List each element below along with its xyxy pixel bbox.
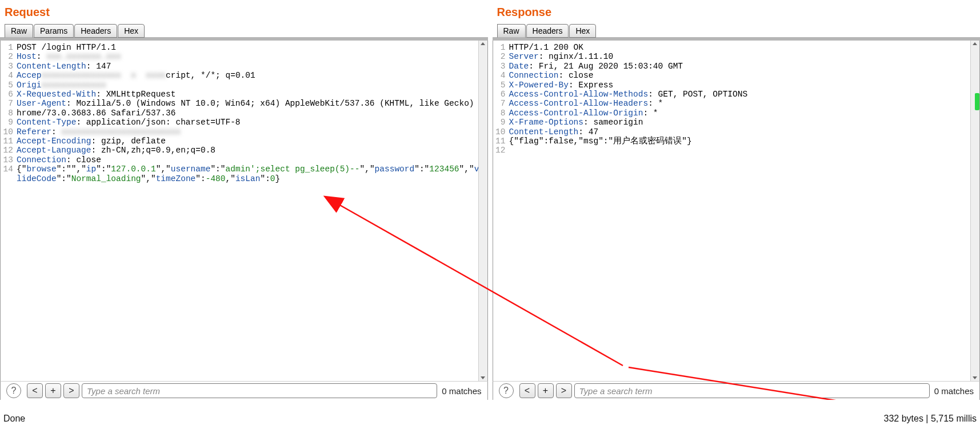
- request-pane: Request RawParamsHeadersHex 123456789101…: [0, 0, 488, 400]
- code-line[interactable]: Connection: close: [509, 71, 979, 80]
- response-scrollbar[interactable]: [970, 41, 979, 381]
- request-search-input[interactable]: [82, 383, 437, 398]
- code-line[interactable]: Host: xxx.xxxxxxx.xxx: [17, 52, 486, 61]
- response-editor[interactable]: 123456789101112 HTTP/1.1 200 OKServer: n…: [493, 41, 981, 381]
- response-pane: Response RawHeadersHex 123456789101112 H…: [493, 0, 981, 400]
- response-search-input[interactable]: [574, 383, 930, 398]
- code-line[interactable]: Access-Control-Allow-Origin: *: [509, 109, 979, 118]
- status-bar: Done 332 bytes | 5,715 millis: [0, 412, 980, 425]
- tab-raw[interactable]: Raw: [5, 24, 33, 38]
- code-line[interactable]: POST /login HTTP/1.1: [17, 43, 486, 52]
- code-line[interactable]: Connection: close: [17, 155, 486, 165]
- code-line[interactable]: Accept-Encoding: gzip, deflate: [17, 137, 486, 146]
- prev-match-button[interactable]: <: [519, 383, 535, 398]
- next-match-button[interactable]: >: [63, 383, 79, 398]
- code-line[interactable]: X-Powered-By: Express: [509, 81, 979, 90]
- next-match-button[interactable]: >: [556, 383, 572, 398]
- request-editor[interactable]: 1234567891011121314 POST /login HTTP/1.1…: [0, 41, 488, 381]
- code-line[interactable]: Date: Fri, 21 Aug 2020 15:03:40 GMT: [509, 62, 979, 71]
- code-line[interactable]: Content-Type: application/json: charset=…: [17, 118, 486, 127]
- tab-raw[interactable]: Raw: [497, 24, 526, 38]
- response-highlight-marker: [975, 93, 979, 110]
- code-line[interactable]: X-Frame-Options: sameorigin: [509, 118, 979, 127]
- pane-divider[interactable]: [488, 0, 493, 400]
- request-searchbar: ? < + > 0 matches: [0, 381, 488, 400]
- code-line[interactable]: Content-Length: 147: [17, 62, 486, 71]
- tab-hex[interactable]: Hex: [118, 24, 145, 38]
- request-match-count: 0 matches: [442, 386, 481, 396]
- code-line[interactable]: Content-Length: 47: [509, 127, 979, 137]
- code-line[interactable]: X-Requested-With: XMLHttpRequest: [17, 90, 486, 99]
- request-gutter: 1234567891011121314: [1, 41, 15, 381]
- code-line[interactable]: {"flag":false,"msg":"用户名或密码错误"}: [509, 137, 979, 146]
- response-code[interactable]: HTTP/1.1 200 OKServer: nginx/1.11.10Date…: [508, 41, 980, 381]
- code-line[interactable]: Accept-Language: zh-CN,zh;q=0.9,en;q=0.8: [17, 146, 486, 155]
- response-gutter: 123456789101112: [493, 41, 508, 381]
- tab-headers[interactable]: Headers: [74, 24, 117, 38]
- code-line[interactable]: {"browse":"","ip":"127.0.0.1","username"…: [17, 165, 486, 183]
- response-match-count: 0 matches: [934, 386, 974, 396]
- request-tabs: RawParamsHeadersHex: [0, 22, 488, 41]
- tab-params[interactable]: Params: [34, 24, 74, 38]
- tab-headers[interactable]: Headers: [526, 24, 569, 38]
- request-scrollbar[interactable]: [478, 41, 487, 381]
- status-right: 332 bytes | 5,715 millis: [884, 414, 977, 424]
- add-button[interactable]: +: [538, 383, 554, 398]
- response-searchbar: ? < + > 0 matches: [493, 381, 981, 400]
- tab-hex[interactable]: Hex: [569, 24, 596, 38]
- code-line[interactable]: User-Agent: Mozilla/5.0 (Windows NT 10.0…: [17, 99, 486, 118]
- code-line[interactable]: Referer: xxxxxxxxxxxxxxxxxxxxxxxx: [17, 127, 486, 137]
- request-code[interactable]: POST /login HTTP/1.1 Host: xxx.xxxxxxx.x…: [15, 41, 487, 381]
- prev-match-button[interactable]: <: [27, 383, 43, 398]
- help-icon[interactable]: ?: [6, 383, 21, 398]
- request-title: Request: [0, 0, 488, 22]
- code-line[interactable]: Accepxxxxxxxxxxxxxxxx x xxxxcript, */*; …: [17, 71, 486, 80]
- code-line[interactable]: Origixxxxxxxxxxxxx: [17, 81, 486, 90]
- response-title: Response: [493, 0, 981, 22]
- response-tabs: RawHeadersHex: [493, 22, 981, 41]
- code-line[interactable]: Server: nginx/1.11.10: [509, 52, 979, 61]
- code-line[interactable]: Access-Control-Allow-Methods: GET, POST,…: [509, 90, 979, 99]
- code-line[interactable]: HTTP/1.1 200 OK: [509, 43, 979, 52]
- add-button[interactable]: +: [45, 383, 61, 398]
- status-left: Done: [3, 414, 25, 424]
- help-icon[interactable]: ?: [499, 383, 514, 398]
- code-line[interactable]: Access-Control-Allow-Headers: *: [509, 99, 979, 108]
